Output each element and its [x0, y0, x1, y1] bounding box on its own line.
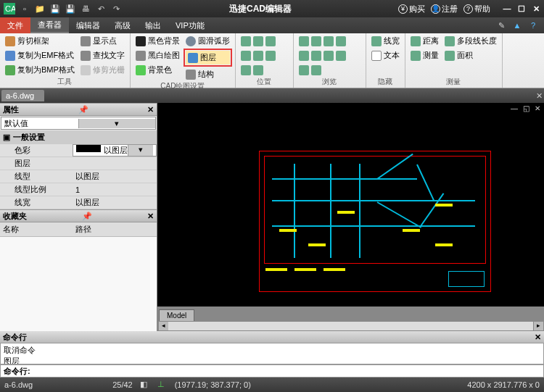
trim-raster-button: 修剪光栅 [78, 63, 127, 77]
chevron-down-icon[interactable]: ▾ [78, 119, 156, 128]
fav-pin-icon[interactable]: 📌 [82, 212, 92, 221]
black-bg-button[interactable]: 黑色背景 [133, 34, 182, 48]
default-dropdown[interactable]: 默认值▾ [1, 117, 156, 130]
drawing-viewport[interactable] [157, 114, 544, 306]
menu-viewer[interactable]: 查看器 [30, 17, 69, 33]
model-tab-bar: Model [157, 306, 544, 321]
open-icon[interactable]: 📁 [33, 2, 46, 15]
cmd-close-icon[interactable]: ✕ [535, 333, 541, 342]
statusbar: a-6.dwg 25/42 ◧ ⊥ (1977.19; 387.377; 0) … [0, 378, 544, 392]
favorites-list [0, 237, 157, 331]
pos-btn-3[interactable] [239, 63, 278, 77]
command-prompt: 命令行: [1, 366, 33, 377]
props-pin-icon[interactable]: 📌 [78, 105, 88, 114]
props-header: 属性📌✕ [0, 103, 157, 116]
menu-advanced[interactable]: 高级 [107, 17, 138, 33]
command-panel: 命令行✕ 取消命令 图层 命令行: [0, 331, 544, 378]
app-icon: CAD [3, 2, 16, 15]
menubar: 文件 查看器 编辑器 高级 输出 VIP功能 ✎ ▲ ? [0, 17, 544, 33]
prop-layer-label: 图层 [0, 158, 73, 169]
menu-file[interactable]: 文件 [0, 17, 30, 33]
command-output: 取消命令 图层 [0, 343, 544, 364]
command-input-row: 命令行: [0, 364, 544, 378]
prop-color-value[interactable]: 以图层▾ [73, 144, 157, 157]
style-icon[interactable]: ✎ [495, 19, 508, 32]
props-close-icon[interactable]: ✕ [147, 105, 154, 114]
info-icon[interactable]: ▲ [511, 19, 524, 32]
clip-frame-button[interactable]: 剪切框架 [3, 34, 77, 48]
command-header: 命令行✕ [0, 331, 544, 343]
status-icon-2[interactable]: ⊥ [157, 380, 168, 390]
bw-draw-button[interactable]: 黑白绘图 [133, 49, 182, 62]
find-text-button[interactable]: 查找文字 [78, 49, 127, 62]
browse-btn-2[interactable] [297, 49, 348, 62]
doctab-close-icon[interactable]: ✕ [536, 91, 543, 101]
canvas-area: — ◱ ✕ [157, 103, 544, 331]
group-hide-label: 隐藏 [369, 77, 402, 87]
save-icon[interactable]: 💾 [49, 2, 62, 15]
menu-vip[interactable]: VIP功能 [168, 17, 212, 33]
document-tab[interactable]: a-6.dwg [1, 90, 44, 101]
prop-lweight-value[interactable]: 以图层 [73, 197, 157, 208]
bgcolor-button[interactable]: 背景色 [133, 63, 182, 77]
help-link[interactable]: ?帮助 [463, 4, 490, 14]
menu-editor[interactable]: 编辑器 [69, 17, 107, 33]
saveall-icon[interactable]: 💾 [64, 2, 77, 15]
pos-btn-1[interactable] [239, 34, 278, 48]
distance-button[interactable]: 距离 [408, 34, 441, 48]
undo-icon[interactable]: ↶ [94, 2, 107, 15]
favorites-columns: 名称路径 [0, 222, 157, 237]
redo-icon[interactable]: ↷ [110, 2, 123, 15]
maximize-button[interactable]: ☐ [516, 4, 527, 14]
help-icon[interactable]: ? [527, 19, 540, 32]
menu-output[interactable]: 输出 [138, 17, 168, 33]
browse-btn-3[interactable] [297, 63, 348, 77]
model-tab[interactable]: Model [159, 309, 194, 321]
show-points-button[interactable]: 显示点 [78, 34, 127, 48]
copy-bmp-button[interactable]: 复制为BMP格式 [3, 63, 77, 77]
measure-button[interactable]: 测量 [408, 49, 441, 62]
ribbon: 剪切框架 复制为EMF格式 复制为BMP格式 显示点 查找文字 修剪光栅 工具 … [0, 33, 544, 88]
group-measure-label: 测量 [408, 77, 499, 87]
structure-button[interactable]: 结构 [184, 67, 232, 81]
buy-link[interactable]: ¥购买 [398, 4, 425, 14]
prop-linetype-value[interactable]: 以图层 [73, 171, 157, 182]
polyline-len-button[interactable]: 多段线长度 [442, 34, 499, 48]
browse-btn-1[interactable] [297, 34, 348, 48]
horizontal-scrollbar[interactable]: ◂▸ [157, 321, 544, 331]
prop-linetype-label: 线型 [0, 171, 73, 182]
canvas-close-icon[interactable]: ✕ [532, 104, 543, 113]
pos-btn-2[interactable] [239, 49, 278, 62]
prop-ltscale-label: 线型比例 [0, 184, 73, 195]
linewidth-button[interactable]: 线宽 [369, 34, 402, 48]
smooth-arc-button[interactable]: 圆滑弧形 [184, 34, 232, 48]
app-title: 迅捷CAD编辑器 [123, 3, 398, 15]
close-button[interactable]: ✕ [531, 4, 541, 14]
command-input[interactable] [33, 367, 543, 375]
area-button[interactable]: 面积 [442, 49, 499, 62]
canvas-min-icon[interactable]: — [509, 104, 519, 113]
group-pos-label: 位置 [239, 77, 290, 87]
prop-color-label: 色彩 [0, 145, 73, 156]
register-link[interactable]: 👤注册 [431, 4, 458, 14]
group-tools-label: 工具 [3, 77, 127, 87]
general-category[interactable]: ▣ 一般设置 [0, 130, 157, 144]
copy-emf-button[interactable]: 复制为EMF格式 [3, 49, 77, 62]
text-button[interactable]: 文本 [369, 49, 402, 62]
status-ratio: 25/42 [112, 380, 133, 389]
left-panel: 属性📌✕ 默认值▾ ▣ 一般设置 色彩以图层▾ 图层 线型以图层 线型比例1 线… [0, 103, 157, 331]
canvas-max-icon[interactable]: ◱ [521, 104, 531, 113]
status-icon-1[interactable]: ◧ [140, 380, 150, 390]
prop-ltscale-value[interactable]: 1 [73, 185, 157, 194]
fav-close-icon[interactable]: ✕ [147, 212, 154, 221]
status-size: 4200 x 2917.776 x 0 [467, 380, 540, 389]
new-icon[interactable]: ▫ [18, 2, 31, 15]
status-coords: (1977.19; 387.377; 0) [175, 380, 251, 389]
minimize-button[interactable]: — [502, 4, 512, 14]
favorites-header: 收藏夹📌✕ [0, 209, 157, 222]
layers-button[interactable]: 图层 [186, 51, 230, 64]
print-icon[interactable]: 🖶 [79, 2, 92, 15]
svg-text:CAD: CAD [5, 4, 15, 13]
group-browse-label: 浏览 [297, 77, 363, 87]
status-file: a-6.dwg [4, 380, 33, 389]
